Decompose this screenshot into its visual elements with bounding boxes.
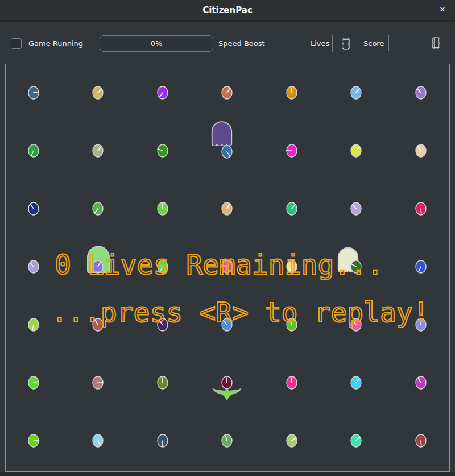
- toolbar: Game Running 0% Speed Boost Lives Score: [0, 22, 455, 60]
- speed-boost-label: Speed Boost: [218, 39, 265, 48]
- score-label: Score: [363, 39, 384, 48]
- replay-prompt: ...press <R> to replay!: [51, 296, 429, 328]
- game-over-message: 0 Lives Remaining...: [55, 249, 383, 280]
- window-title: CitizenPac: [202, 5, 253, 15]
- citizenpac-window: CitizenPac ✕ Game Running 0% Speed Boost…: [0, 0, 455, 476]
- score-lcd: [388, 35, 444, 51]
- close-icon[interactable]: ✕: [436, 0, 449, 19]
- speed-boost-progressbar: 0%: [100, 35, 213, 52]
- game-running-checkbox[interactable]: [11, 38, 22, 49]
- titlebar[interactable]: CitizenPac ✕: [0, 0, 455, 22]
- lives-label: Lives: [311, 39, 329, 48]
- lives-lcd: [332, 35, 359, 52]
- game-running-label: Game Running: [28, 39, 83, 48]
- window-bottom-edge: [0, 472, 455, 476]
- progress-value: 0%: [151, 39, 163, 48]
